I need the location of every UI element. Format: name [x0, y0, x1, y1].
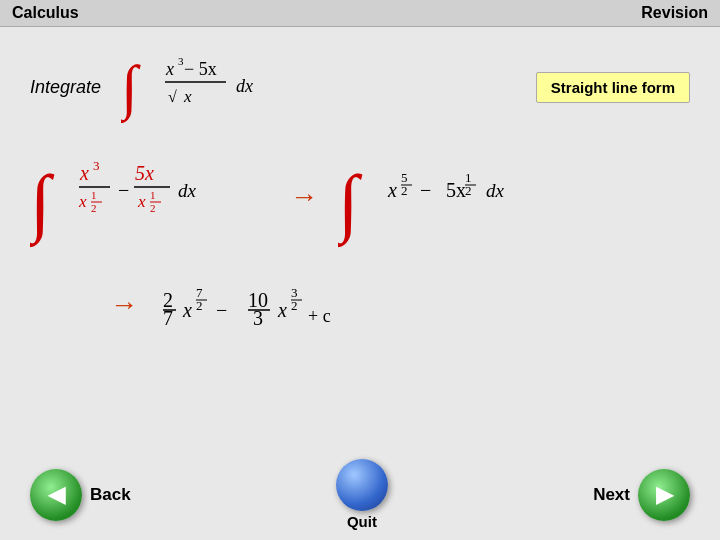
svg-text:∫: ∫ [121, 54, 141, 124]
main-content: Integrate ∫ x 3 − 5x √ x dx Straight lin… [0, 27, 720, 372]
expanded-integral: ∫ x 3 x 1 2 − 5x x 1 [30, 142, 270, 252]
svg-text:2: 2 [291, 298, 298, 313]
quit-button[interactable]: Quit [336, 459, 388, 530]
arrow-1: → [290, 181, 318, 213]
svg-text:√: √ [168, 88, 177, 105]
svg-text:x: x [78, 192, 87, 211]
svg-text:∫: ∫ [30, 160, 55, 248]
back-button[interactable]: ◀ Back [30, 469, 131, 521]
svg-text:x: x [79, 162, 89, 184]
svg-text:3: 3 [93, 158, 100, 173]
next-label: Next [593, 485, 630, 505]
svg-text:2: 2 [91, 202, 97, 214]
svg-text:x: x [182, 299, 192, 321]
svg-text:x: x [183, 87, 192, 106]
svg-text:−: − [420, 179, 431, 201]
svg-text:dx: dx [236, 76, 253, 96]
footer: ◀ Back Quit Next ▶ [0, 459, 720, 530]
svg-text:1: 1 [150, 189, 156, 201]
svg-text:− 5x: − 5x [184, 59, 217, 79]
next-circle: ▶ [638, 469, 690, 521]
header: Calculus Revision [0, 0, 720, 27]
main-integral-formula: ∫ x 3 − 5x √ x dx [121, 47, 321, 127]
straight-line-badge: Straight line form [536, 72, 690, 103]
quit-circle [336, 459, 388, 511]
svg-text:∫: ∫ [338, 160, 363, 248]
row2: → 2 7 x 7 2 − 10 3 x 3 2 [110, 262, 690, 347]
svg-text:2: 2 [196, 298, 203, 313]
integrate-row: Integrate ∫ x 3 − 5x √ x dx Straight lin… [30, 47, 690, 127]
header-title: Calculus [12, 4, 79, 22]
svg-text:7: 7 [163, 307, 173, 329]
svg-text:5x: 5x [135, 162, 154, 184]
svg-text:−: − [216, 299, 227, 321]
back-circle: ◀ [30, 469, 82, 521]
svg-text:+ c: + c [308, 306, 331, 326]
svg-text:5x: 5x [446, 179, 466, 201]
svg-text:x: x [137, 192, 146, 211]
back-label: Back [90, 485, 131, 505]
final-answer: 2 7 x 7 2 − 10 3 x 3 2 + c [158, 262, 468, 347]
back-arrow-icon: ◀ [48, 482, 65, 508]
next-arrow-icon: ▶ [656, 482, 673, 508]
next-button[interactable]: Next ▶ [593, 469, 690, 521]
integrate-label: Integrate [30, 77, 101, 98]
simplified-integral: ∫ x 5 2 − 5x 1 2 dx [338, 142, 578, 252]
svg-text:x: x [277, 299, 287, 321]
svg-text:2: 2 [465, 183, 472, 198]
svg-text:x: x [387, 179, 397, 201]
svg-text:1: 1 [91, 189, 97, 201]
svg-text:3: 3 [253, 307, 263, 329]
row1: ∫ x 3 x 1 2 − 5x x 1 [30, 142, 690, 252]
svg-text:x: x [165, 59, 174, 79]
header-revision: Revision [641, 4, 708, 22]
svg-text:−: − [118, 179, 129, 201]
quit-label: Quit [347, 513, 377, 530]
svg-text:dx: dx [178, 180, 197, 201]
arrow-2: → [110, 289, 138, 321]
svg-text:dx: dx [486, 180, 505, 201]
math-working-area: ∫ x 3 x 1 2 − 5x x 1 [30, 142, 690, 362]
svg-text:2: 2 [150, 202, 156, 214]
svg-text:2: 2 [401, 183, 408, 198]
